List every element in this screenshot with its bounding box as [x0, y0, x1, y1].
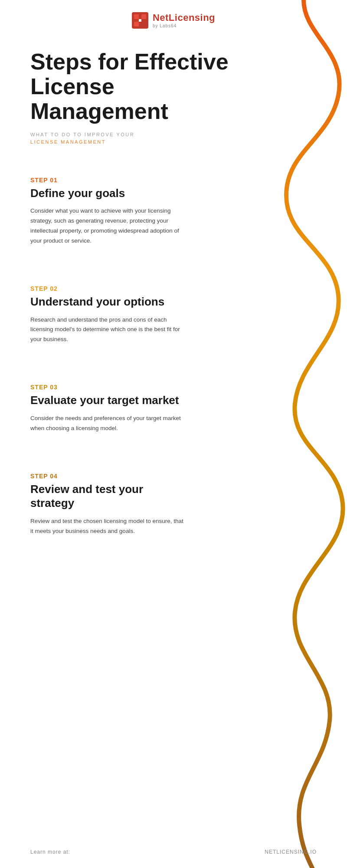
logo-icon [132, 12, 148, 29]
step-04-desc: Review and test the chosen licensing mod… [30, 516, 187, 536]
step-02-desc: Research and understand the pros and con… [30, 315, 187, 345]
footer: Learn more at: NETLICENSING.IO [0, 849, 347, 855]
step-03-title: Evaluate your target market [30, 393, 187, 408]
logo-text: NetLicensing by Labs64 [153, 13, 215, 28]
svg-rect-4 [141, 22, 146, 26]
svg-rect-3 [134, 22, 139, 26]
step-03-label: STEP 03 [30, 384, 187, 391]
step-03: STEP 03 Evaluate your target market Cons… [30, 384, 187, 433]
step-01-title: Define your goals [30, 186, 187, 201]
footer-right: NETLICENSING.IO [265, 849, 317, 855]
step-04: STEP 04 Review and test your strategy Re… [30, 473, 187, 536]
steps-container: STEP 01 Define your goals Consider what … [0, 177, 347, 536]
main-title: Steps for Effective License Management [30, 49, 247, 124]
subtitle: WHAT TO DO TO IMPROVE YOUR LICENSE MANAG… [30, 131, 317, 146]
logo-name: NetLicensing [153, 13, 215, 23]
svg-rect-1 [134, 14, 139, 19]
step-02-title: Understand your options [30, 295, 187, 309]
svg-rect-5 [139, 19, 141, 22]
step-03-desc: Consider the needs and preferences of yo… [30, 414, 187, 434]
svg-rect-2 [141, 14, 146, 19]
step-02: STEP 02 Understand your options Research… [30, 285, 187, 345]
logo: NetLicensing by Labs64 [132, 12, 215, 29]
step-01-label: STEP 01 [30, 177, 187, 184]
title-section: Steps for Effective License Management W… [0, 36, 347, 151]
header: NetLicensing by Labs64 [0, 0, 347, 36]
step-01: STEP 01 Define your goals Consider what … [30, 177, 187, 246]
step-02-label: STEP 02 [30, 285, 187, 292]
step-04-label: STEP 04 [30, 473, 187, 480]
step-04-title: Review and test your strategy [30, 482, 187, 510]
logo-subtitle: by Labs64 [153, 23, 215, 28]
footer-left: Learn more at: [30, 849, 70, 855]
step-01-desc: Consider what you want to achieve with y… [30, 206, 187, 246]
